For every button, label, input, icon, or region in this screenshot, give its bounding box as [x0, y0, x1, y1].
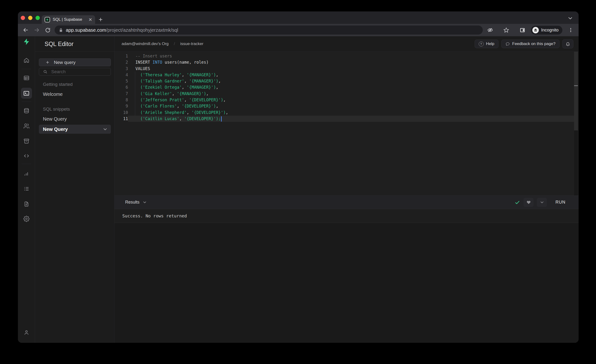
code-line-3[interactable]: 3VALUES: [114, 66, 579, 72]
browser-tab[interactable]: SQL | Supabase ✕: [42, 15, 95, 24]
database-icon[interactable]: [21, 105, 32, 116]
supabase-logo-icon[interactable]: [21, 36, 32, 47]
new-query-button-label: New query: [54, 60, 75, 65]
code-line-11[interactable]: 11 ('Caitlin Lucas', '{DEVELOPER}');: [114, 116, 579, 122]
forward-button-icon[interactable]: [34, 27, 40, 33]
main-panel: adam@windmill.dev's Org / issue-tracker …: [114, 36, 579, 343]
storage-icon[interactable]: [21, 136, 32, 147]
sql-editor-sidebar: SQL Editor New query Search Getting star…: [35, 36, 114, 343]
line-content: -- Insert users: [128, 53, 574, 59]
search-input[interactable]: Search: [39, 68, 111, 75]
nav-rail: [18, 36, 35, 343]
code-line-6[interactable]: 6 ('Ezekiel Ortega', '{MANAGER}'),: [114, 84, 579, 90]
supabase-app: SQL Editor New query Search Getting star…: [18, 36, 579, 343]
code-line-4[interactable]: 4 ('Theresa Hurley', '{MANAGER}'),: [114, 72, 579, 78]
sidebar-item-new-query-active[interactable]: New Query: [39, 125, 111, 134]
sql-editor-icon[interactable]: [21, 88, 32, 99]
edge-functions-code-icon[interactable]: [21, 150, 32, 161]
results-label: Results: [125, 200, 140, 205]
new-query-button[interactable]: New query: [39, 58, 111, 66]
logs-list-icon[interactable]: [21, 183, 32, 194]
line-content: ('Theresa Hurley', '{MANAGER}'),: [128, 72, 574, 78]
line-number: 9: [114, 103, 128, 109]
results-actions: RUN: [514, 198, 566, 207]
line-number: 1: [114, 53, 128, 59]
chevron-down-icon[interactable]: [103, 128, 107, 130]
notifications-button[interactable]: [562, 39, 573, 48]
results-toolbar: Results RUN: [114, 195, 579, 209]
address-bar[interactable]: app.supabase.com/project/azahtnhqohyjerz…: [55, 25, 483, 35]
line-number: 3: [114, 66, 128, 72]
help-button[interactable]: ? Help: [475, 40, 499, 48]
line-content: VALUES: [128, 66, 574, 72]
heart-icon: [526, 200, 531, 205]
incognito-label: Incognito: [541, 28, 559, 33]
authentication-users-icon[interactable]: [21, 121, 32, 132]
bookmark-star-icon[interactable]: [503, 27, 509, 33]
table-editor-icon[interactable]: [21, 73, 32, 83]
editor-scrollbar-slider[interactable]: [574, 52, 578, 130]
line-number: 6: [114, 84, 128, 90]
line-content: ('Ezekiel Ortega', '{MANAGER}'),: [128, 84, 574, 90]
code-line-10[interactable]: 10 ('Arielle Shepherd', '{DEVELOPER}'),: [114, 109, 579, 116]
new-tab-button[interactable]: [97, 16, 104, 23]
breadcrumb-separator: /: [174, 41, 175, 46]
plus-icon: [45, 60, 50, 65]
code-line-5[interactable]: 5 ('Taliyah Gardner', '{MANAGER}'),: [114, 78, 579, 84]
success-check-icon: [514, 200, 520, 205]
browser-menu-kebab-icon[interactable]: [568, 27, 574, 33]
side-panel-icon[interactable]: [520, 27, 526, 33]
window-controls: [21, 16, 40, 20]
chevron-down-icon: [540, 201, 544, 203]
sidebar-item-new-query[interactable]: New Query: [43, 116, 67, 122]
favorite-button[interactable]: [523, 198, 534, 207]
overview-cursor-marker: [574, 85, 578, 86]
tab-title: SQL | Supabase: [53, 17, 87, 22]
code-line-9[interactable]: 9 ('Carlo Flores', '{DEVELOPER}'),: [114, 103, 579, 109]
tab-close-icon[interactable]: ✕: [89, 17, 92, 22]
bell-icon: [566, 41, 570, 46]
minimize-window-button[interactable]: [28, 16, 32, 20]
lock-icon: [59, 28, 63, 33]
sidebar-item-welcome[interactable]: Welcome: [43, 91, 63, 97]
results-empty-area: [114, 223, 579, 343]
sql-code-editor[interactable]: 1-- Insert users2INSERT INTO users(name,…: [114, 52, 579, 195]
line-number: 5: [114, 78, 128, 84]
page-title: SQL Editor: [45, 41, 74, 47]
incognito-badge[interactable]: Incognito: [531, 26, 562, 35]
home-icon[interactable]: [21, 55, 32, 66]
run-options-button[interactable]: [537, 198, 547, 207]
breadcrumb-project[interactable]: issue-tracker: [180, 41, 203, 46]
tab-search-chevron-icon[interactable]: [568, 17, 572, 20]
back-button-icon[interactable]: [23, 27, 29, 33]
run-button[interactable]: RUN: [555, 200, 566, 205]
results-dropdown[interactable]: Results: [125, 200, 514, 205]
line-number: 10: [114, 109, 128, 116]
eye-off-icon[interactable]: [487, 27, 493, 33]
code-line-7[interactable]: 7 ('Gia Keller', '{MANAGER}'),: [114, 91, 579, 97]
line-number: 11: [114, 116, 128, 122]
account-user-icon[interactable]: [21, 327, 32, 338]
settings-gear-icon[interactable]: [21, 213, 32, 224]
incognito-icon: [532, 27, 539, 33]
url-text: app.supabase.com/project/azahtnhqohyjerz…: [66, 27, 178, 33]
close-window-button[interactable]: [21, 16, 25, 20]
breadcrumb-org[interactable]: adam@windmill.dev's Org: [122, 41, 169, 46]
reload-button-icon[interactable]: [45, 27, 51, 33]
toolbar-right: Incognito: [487, 26, 574, 35]
maximize-window-button[interactable]: [36, 16, 40, 20]
code-line-2[interactable]: 2INSERT INTO users(name, roles): [114, 59, 579, 65]
line-content: ('Arielle Shepherd', '{DEVELOPER}'),: [128, 109, 574, 116]
api-docs-file-icon[interactable]: [21, 199, 32, 209]
browser-window: SQL | Supabase ✕ app.supabase.: [18, 11, 579, 343]
section-label-sql-snippets: SQL snippets: [43, 107, 70, 112]
tab-strip: SQL | Supabase ✕: [18, 11, 579, 24]
feedback-button[interactable]: Feedback on this page?: [501, 40, 559, 48]
help-button-label: Help: [486, 41, 494, 46]
editor-scrollbar[interactable]: [574, 52, 578, 195]
line-number: 4: [114, 72, 128, 78]
code-line-8[interactable]: 8 ('Jefferson Pratt', '{DEVELOPER}'),: [114, 97, 579, 103]
code-line-1[interactable]: 1-- Insert users: [114, 53, 579, 59]
line-content: ('Carlo Flores', '{DEVELOPER}'),: [128, 103, 574, 109]
reports-chart-icon[interactable]: [21, 168, 32, 179]
